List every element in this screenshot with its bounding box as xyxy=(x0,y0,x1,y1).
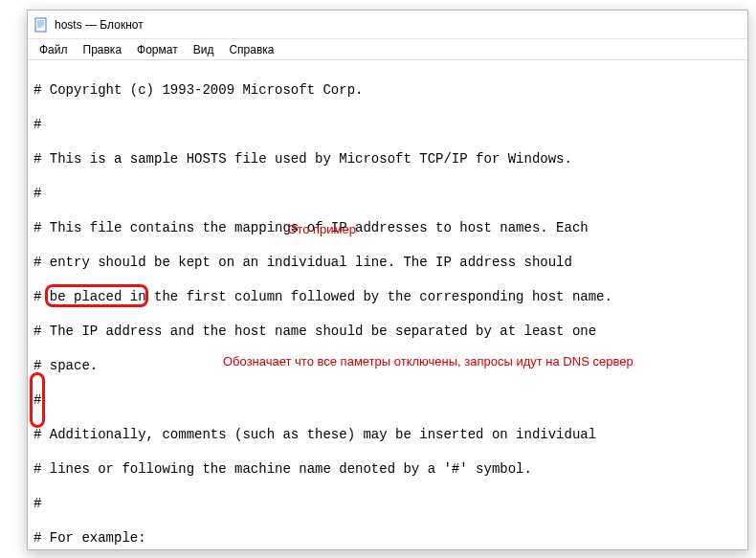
text-line: # xyxy=(33,391,742,409)
text-line: # entry should be kept on an individual … xyxy=(33,254,742,271)
annotation-example: Это пример xyxy=(288,221,356,238)
menu-bar: Файл Правка Формат Вид Справка xyxy=(28,39,747,60)
notepad-icon xyxy=(33,17,49,33)
annotation-dns: Обозначает что все паметры отключены, за… xyxy=(223,353,634,370)
text-area[interactable]: # Copyright (c) 1993-2009 Microsoft Corp… xyxy=(28,60,747,549)
text-line: # For example: xyxy=(33,529,742,547)
menu-help[interactable]: Справка xyxy=(221,41,281,58)
text-line: # xyxy=(33,116,742,133)
text-line: # xyxy=(33,185,742,202)
text-line: # be placed in the first column followed… xyxy=(33,288,742,305)
text-line: # This is a sample HOSTS file used by Mi… xyxy=(33,150,742,167)
title-bar[interactable]: hosts — Блокнот xyxy=(28,11,747,39)
menu-file[interactable]: Файл xyxy=(32,41,76,58)
text-line: # Additionally, comments (such as these)… xyxy=(33,426,742,443)
text-line: # xyxy=(33,495,742,512)
menu-view[interactable]: Вид xyxy=(186,41,222,58)
text-line: # Copyright (c) 1993-2009 Microsoft Corp… xyxy=(33,81,742,99)
notepad-window: hosts — Блокнот Файл Правка Формат Вид С… xyxy=(27,10,748,550)
text-line: # lines or following the machine name de… xyxy=(33,460,742,478)
text-line: # This file contains the mappings of IP … xyxy=(33,219,742,236)
window-title: hosts — Блокнот xyxy=(55,18,144,32)
menu-edit[interactable]: Правка xyxy=(76,41,130,58)
text-line: # The IP address and the host name shoul… xyxy=(33,323,742,340)
menu-format[interactable]: Формат xyxy=(129,41,186,58)
